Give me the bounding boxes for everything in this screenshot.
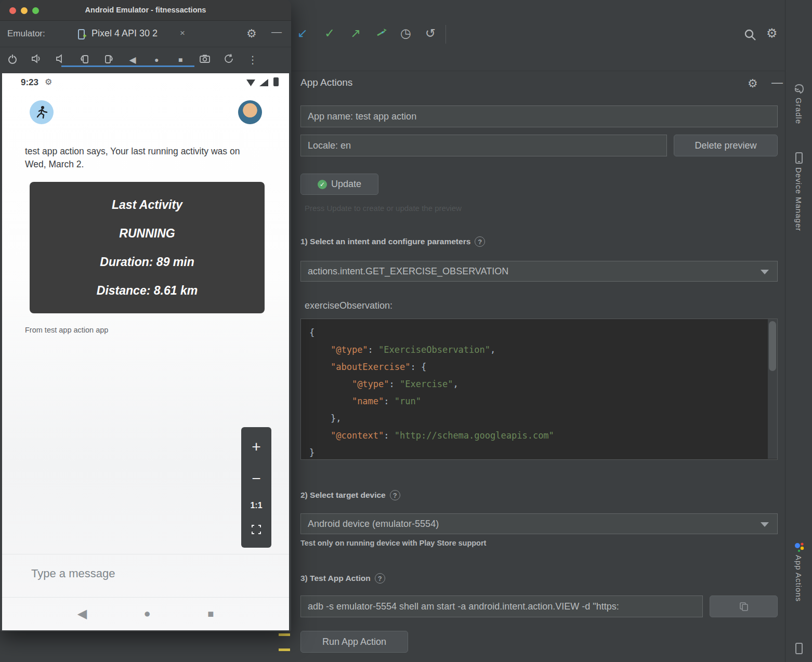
volume-down-icon[interactable] xyxy=(54,53,67,67)
search-icon[interactable] xyxy=(743,28,757,44)
panel-top-border xyxy=(291,71,785,71)
code-line: "name": "run" xyxy=(309,393,777,410)
device-note: Test only on running device with Play St… xyxy=(300,539,486,547)
target-device-value: Android device (emulator-5554) xyxy=(308,519,439,529)
emulator-tab-bar: Emulator: Pixel 4 API 30 2 × ⚙ — xyxy=(0,21,291,47)
tool-window-stripe: Gradle Device Manager App Actions xyxy=(785,0,812,662)
zoom-in-button[interactable]: + xyxy=(252,438,261,456)
rotate-right-icon[interactable] xyxy=(102,53,115,67)
message-input[interactable]: Type a message xyxy=(31,567,115,580)
nav-home-icon[interactable]: ● xyxy=(144,607,151,620)
emulator-titlebar[interactable]: Android Emulator - fitnessactions xyxy=(0,0,291,21)
resume-check-icon[interactable]: ✓ xyxy=(324,26,335,41)
chevron-down-icon xyxy=(761,522,769,527)
run-to-cursor-icon[interactable] xyxy=(375,26,389,43)
battery-icon xyxy=(273,77,279,86)
signal-icon xyxy=(259,79,268,86)
emulator-window: Android Emulator - fitnessactions Emulat… xyxy=(0,0,291,631)
snapshot-restore-icon[interactable] xyxy=(222,53,235,67)
wifi-icon xyxy=(246,80,255,86)
card-activity: RUNNING xyxy=(119,227,175,241)
update-dim-note: Press Update to create or update the pre… xyxy=(305,204,462,213)
volume-up-icon[interactable] xyxy=(30,53,43,67)
settings-gear-icon[interactable]: ⚙ xyxy=(766,26,778,41)
nav-overview-icon[interactable]: ■ xyxy=(207,608,214,620)
rotate-left-icon[interactable] xyxy=(78,53,91,67)
adb-command-field[interactable]: adb -s emulator-5554 shell am start -a a… xyxy=(300,595,703,617)
chevron-down-icon xyxy=(761,270,769,274)
card-title: Last Activity xyxy=(112,198,182,212)
code-line: "@type": "Exercise", xyxy=(309,376,777,393)
emulator-minimize-icon[interactable]: — xyxy=(271,26,282,38)
step-out-arrow-icon[interactable]: ↙ xyxy=(297,26,308,41)
copy-command-button[interactable] xyxy=(710,595,778,617)
fit-screen-icon[interactable] xyxy=(251,524,261,537)
assistant-icon xyxy=(793,540,805,555)
locale-field[interactable]: Locale: en xyxy=(300,135,667,156)
json-parameter-editor[interactable]: { "@type": "ExerciseObservation", "about… xyxy=(300,319,778,460)
power-icon[interactable] xyxy=(6,53,19,67)
screen-root: ↙ ✓ ↗ ◷ ↺ ⚙ App Actions ⚙ — App name: te… xyxy=(0,0,812,662)
status-time: 9:23 xyxy=(21,77,38,88)
nav-back-icon[interactable]: ◀ xyxy=(77,606,87,621)
android-nav-bar: ◀ ● ■ xyxy=(2,598,289,629)
history-clock-icon[interactable]: ◷ xyxy=(400,26,411,41)
editor-stripe-mark xyxy=(279,648,290,651)
card-distance: Distance: 8.61 km xyxy=(97,284,198,298)
tab-pixel4[interactable]: Pixel 4 API 30 2 xyxy=(91,28,158,39)
tab-close-icon[interactable]: × xyxy=(180,28,185,38)
panel-minimize-icon[interactable]: — xyxy=(771,76,783,89)
app-name-field[interactable]: App name: test app action xyxy=(300,105,778,127)
arrow-star-icon xyxy=(375,26,389,39)
sidebar-item-gradle[interactable]: Gradle xyxy=(794,98,803,124)
code-line: "@context": "http://schema.googleapis.co… xyxy=(309,427,777,444)
section3-label-text: 3) Test App Action xyxy=(300,574,371,583)
sidebar-item-app-actions[interactable]: App Actions xyxy=(794,555,803,602)
emulator-label: Emulator: xyxy=(7,29,45,39)
sidebar-item-device-manager[interactable]: Device Manager xyxy=(794,167,803,231)
update-button[interactable]: ✓ Update xyxy=(300,174,378,195)
from-app-label: From test app action app xyxy=(25,326,108,334)
intent-dropdown[interactable]: actions.intent.GET_EXERCISE_OBSERVATION xyxy=(300,261,778,282)
zoom-out-button[interactable]: − xyxy=(252,470,261,487)
virtual-device-icon xyxy=(76,29,87,42)
step-over-arrow-icon[interactable]: ↗ xyxy=(350,26,361,41)
copy-icon xyxy=(739,601,749,612)
device-file-explorer-icon[interactable] xyxy=(793,642,805,657)
runner-icon xyxy=(34,105,49,120)
input-divider xyxy=(2,554,289,554)
home-icon[interactable]: ● xyxy=(150,56,163,64)
target-device-dropdown[interactable]: Android device (emulator-5554) xyxy=(300,513,778,534)
app-avatar xyxy=(30,100,54,124)
user-avatar xyxy=(238,100,262,124)
section2-help-icon[interactable]: ? xyxy=(390,490,400,500)
status-gear-icon: ⚙ xyxy=(45,77,52,87)
code-line: { xyxy=(309,324,777,341)
section1-help-icon[interactable]: ? xyxy=(475,236,485,247)
section1-label: 1) Select an intent and configure parame… xyxy=(300,236,485,247)
section1-label-text: 1) Select an intent and configure parame… xyxy=(300,237,470,246)
section3-help-icon[interactable]: ? xyxy=(375,573,385,584)
editor-scrollbar-thumb[interactable] xyxy=(769,321,776,371)
update-check-icon: ✓ xyxy=(318,180,327,189)
kebab-menu-icon[interactable]: ⋮ xyxy=(246,54,259,66)
card-duration: Duration: 89 min xyxy=(100,255,194,269)
param-label: exerciseObservation: xyxy=(305,300,392,311)
fitness-result-card: Last Activity RUNNING Duration: 89 min D… xyxy=(30,182,265,313)
zoom-ratio-button[interactable]: 1:1 xyxy=(250,501,262,510)
section2-label: 2) Select target device ? xyxy=(300,490,400,500)
back-icon[interactable]: ◀ xyxy=(126,55,139,65)
emulator-settings-gear-icon[interactable]: ⚙ xyxy=(246,27,257,41)
panel-gear-icon[interactable]: ⚙ xyxy=(748,77,758,90)
nav-divider xyxy=(2,597,289,598)
run-app-action-button[interactable]: Run App Action xyxy=(300,631,408,653)
zoom-control-panel: + − 1:1 xyxy=(241,427,271,548)
screenshot-camera-icon[interactable] xyxy=(199,53,211,67)
intent-dropdown-value: actions.intent.GET_EXERCISE_OBSERVATION xyxy=(308,266,508,276)
delete-preview-button[interactable]: Delete preview xyxy=(674,135,778,156)
undo-icon[interactable]: ↺ xyxy=(425,26,436,41)
update-button-label: Update xyxy=(331,179,361,190)
overview-icon[interactable]: ■ xyxy=(174,56,187,64)
code-line: "@type": "ExerciseObservation", xyxy=(309,341,777,359)
editor-stripe-mark xyxy=(279,633,290,636)
